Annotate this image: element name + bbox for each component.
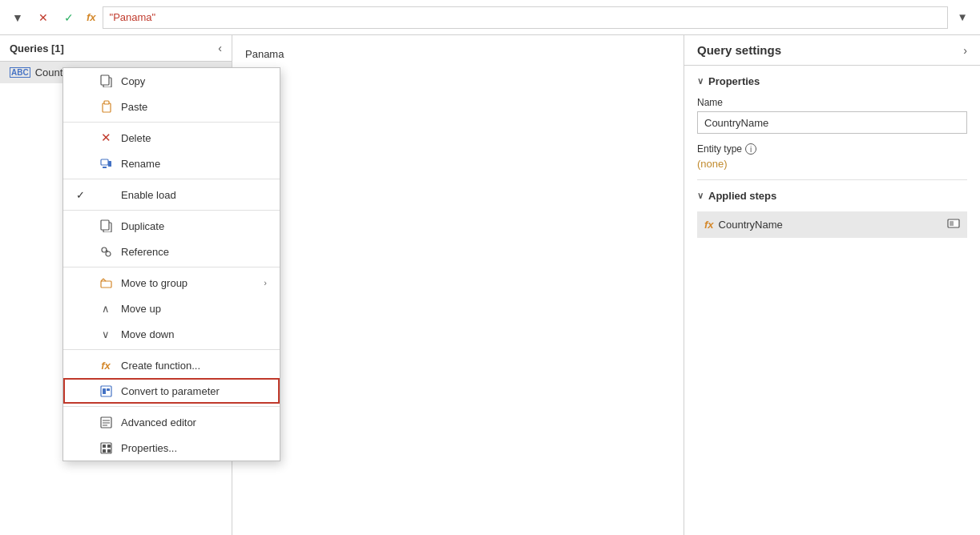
queries-header: Queries [1] ‹	[0, 35, 232, 62]
svg-rect-25	[950, 221, 954, 226]
svg-rect-20	[103, 444, 106, 448]
svg-rect-21	[103, 449, 106, 453]
dropdown-icon: ▼	[957, 11, 967, 23]
properties-section-label: Properties	[708, 75, 760, 87]
queries-collapse-btn[interactable]: ‹	[218, 42, 222, 54]
menu-label-rename: Rename	[121, 158, 267, 170]
move-down-icon: ∨	[99, 327, 113, 341]
entity-type-label: Entity type i	[697, 143, 967, 155]
menu-item-paste[interactable]: Paste	[63, 94, 280, 119]
menu-label-move-to-group: Move to group	[121, 277, 256, 289]
menu-item-advanced-editor[interactable]: Advanced editor	[63, 409, 280, 435]
step-item-left: fx CountryName	[704, 219, 783, 231]
menu-label-move-down: Move down	[121, 328, 267, 340]
svg-rect-1	[101, 75, 109, 85]
menu-label-delete: Delete	[121, 132, 267, 144]
settings-header: Query settings ›	[684, 35, 980, 66]
panama-value: Panama	[245, 48, 671, 60]
query-settings-panel: Query settings › ∨ Properties Name Entit…	[684, 35, 980, 535]
menu-item-create-function[interactable]: fx Create function...	[63, 352, 280, 378]
menu-label-advanced-editor: Advanced editor	[121, 416, 267, 428]
menu-item-move-up[interactable]: ∧ Move up	[63, 296, 280, 321]
settings-title: Query settings	[697, 43, 781, 57]
menu-item-move-to-group[interactable]: Move to group ›	[63, 270, 280, 296]
svg-rect-8	[101, 220, 109, 230]
menu-label-move-up: Move up	[121, 303, 267, 315]
formula-cancel-btn[interactable]: ✕	[32, 6, 54, 29]
applied-steps-label: Applied steps	[708, 190, 776, 202]
entity-type-value: (none)	[697, 158, 967, 170]
name-label: Name	[697, 97, 967, 108]
formula-collapse-btn[interactable]: ▼	[6, 6, 29, 29]
copy-icon	[99, 74, 113, 88]
menu-separator-6	[63, 406, 280, 407]
step-name-label: CountryName	[719, 219, 783, 231]
menu-label-paste: Paste	[121, 101, 267, 113]
query-type-icon: ABC	[10, 67, 30, 78]
menu-item-delete[interactable]: ✕ Delete	[63, 125, 280, 151]
menu-label-copy: Copy	[121, 75, 267, 87]
svg-rect-23	[107, 449, 111, 453]
rename-icon	[99, 156, 113, 171]
svg-rect-12	[101, 386, 111, 396]
advanced-editor-icon	[99, 415, 113, 429]
menu-item-reference[interactable]: Reference	[63, 239, 280, 264]
move-to-group-icon	[99, 276, 113, 290]
enable-load-icon	[99, 187, 113, 202]
svg-rect-14	[107, 388, 110, 391]
svg-rect-22	[107, 444, 111, 448]
queries-panel: Queries [1] ‹ ABC CountryName Copy	[0, 35, 232, 535]
move-up-icon: ∧	[99, 301, 113, 316]
queries-panel-title: Queries [1]	[10, 42, 64, 54]
context-menu: Copy Paste ✕ Delete	[63, 67, 280, 461]
svg-rect-3	[104, 101, 109, 104]
formula-accept-btn[interactable]: ✓	[58, 6, 80, 29]
menu-item-move-down[interactable]: ∨ Move down	[63, 321, 280, 347]
applied-steps-chevron-icon: ∨	[697, 191, 704, 201]
menu-item-properties[interactable]: Properties...	[63, 435, 280, 461]
step-item-countryname[interactable]: fx CountryName	[697, 211, 967, 238]
delete-icon: ✕	[99, 131, 113, 145]
menu-separator-3	[63, 210, 280, 211]
entity-type-info-icon[interactable]: i	[745, 143, 756, 155]
fx-label: fx	[83, 11, 99, 23]
svg-rect-4	[101, 159, 108, 165]
main-content: Queries [1] ‹ ABC CountryName Copy	[0, 35, 980, 535]
svg-rect-11	[101, 281, 111, 288]
formula-bar: ▼ ✕ ✓ fx ▼	[0, 0, 980, 35]
applied-steps-header[interactable]: ∨ Applied steps	[697, 190, 967, 202]
formula-dropdown-btn[interactable]: ▼	[951, 6, 974, 29]
submenu-arrow-icon: ›	[264, 278, 267, 288]
menu-item-duplicate[interactable]: Duplicate	[63, 213, 280, 239]
center-content: Panama	[232, 35, 684, 535]
menu-separator-1	[63, 122, 280, 123]
chevron-down-icon: ▼	[12, 11, 23, 24]
menu-item-convert-to-parameter[interactable]: Convert to parameter	[63, 378, 280, 404]
svg-rect-2	[103, 103, 111, 112]
check-icon: ✓	[64, 11, 74, 24]
properties-icon	[99, 440, 113, 455]
name-input[interactable]	[697, 111, 967, 134]
svg-point-10	[106, 251, 111, 256]
menu-separator-5	[63, 349, 280, 350]
menu-label-reference: Reference	[121, 246, 267, 258]
cancel-icon: ✕	[38, 11, 48, 24]
step-settings-icon[interactable]	[947, 217, 960, 232]
properties-section-header[interactable]: ∨ Properties	[697, 75, 967, 87]
menu-label-convert-to-parameter: Convert to parameter	[121, 385, 267, 397]
menu-label-duplicate: Duplicate	[121, 220, 267, 232]
svg-rect-5	[103, 167, 107, 168]
menu-item-rename[interactable]: Rename	[63, 151, 280, 176]
svg-rect-6	[108, 161, 111, 167]
convert-to-parameter-icon	[99, 384, 113, 398]
reference-icon	[99, 244, 113, 259]
settings-expand-btn[interactable]: ›	[963, 44, 967, 57]
menu-item-enable-load[interactable]: ✓ Enable load	[63, 182, 280, 207]
menu-label-properties: Properties...	[121, 442, 267, 454]
create-function-icon: fx	[99, 358, 113, 372]
menu-separator-2	[63, 179, 280, 179]
formula-input[interactable]	[103, 6, 948, 29]
step-fx-icon: fx	[704, 219, 714, 231]
svg-rect-13	[103, 388, 106, 394]
menu-item-copy[interactable]: Copy	[63, 68, 280, 94]
